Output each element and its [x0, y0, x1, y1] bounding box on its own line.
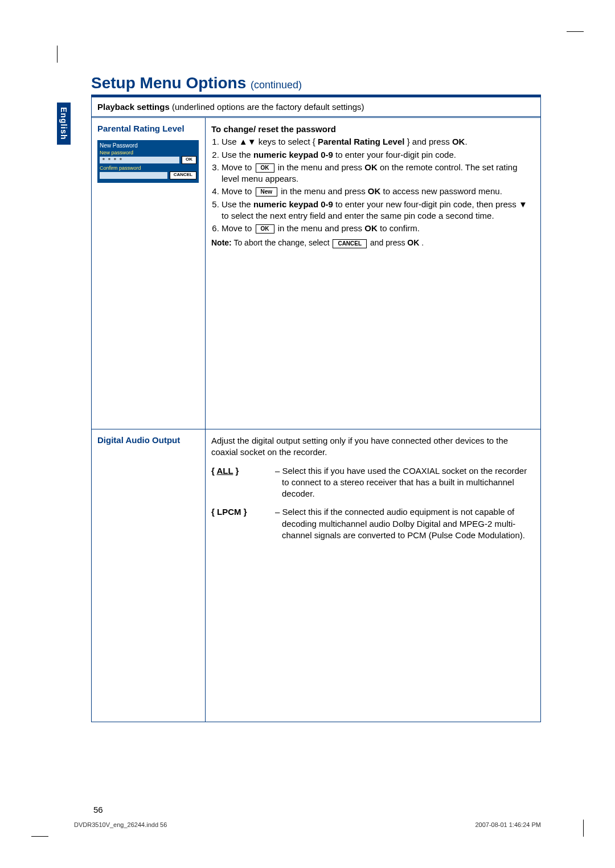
section-heading-parental: Parental Rating Level	[97, 124, 199, 133]
page-content: English Setup Menu Options (continued) P…	[74, 74, 541, 794]
mini-row-confirm: CANCEL	[100, 171, 196, 179]
panel-header-rest: (underlined options are the factory defa…	[170, 102, 364, 112]
password-mini-panel: New Password New password ＊＊＊＊ OK Confir…	[97, 140, 199, 183]
t: Use the	[222, 150, 253, 159]
mini-label-new: New password	[100, 150, 196, 155]
t: to confirm.	[378, 223, 420, 233]
step-3: Move to OK in the menu and press OK on t…	[222, 162, 532, 185]
mini-input-new[interactable]: ＊＊＊＊	[100, 157, 179, 163]
section-parental-left: Parental Rating Level New Password New p…	[92, 118, 206, 429]
crop-mark	[57, 46, 58, 63]
t: Move to	[222, 186, 255, 196]
section-audio-right: Adjust the digital output setting only i…	[206, 429, 540, 722]
t: in the menu and press	[278, 186, 368, 196]
step-4: Move to New in the menu and press OK to …	[222, 186, 532, 197]
option-all-row: { ALL } – Select this if you have used t…	[211, 465, 532, 500]
crop-mark	[567, 31, 584, 32]
option-all-text: ALL	[216, 466, 233, 476]
steps-list: Use ▲▼ keys to select { Parental Rating …	[211, 136, 532, 234]
option-lpcm-label: { LPCM }	[211, 506, 274, 518]
t: OK	[407, 238, 419, 247]
t: numeric keypad 0-9	[253, 199, 333, 209]
mini-ok-button[interactable]: OK	[182, 156, 196, 164]
step-6: Move to OK in the menu and press OK to c…	[222, 223, 532, 234]
mini-row-new: ＊＊＊＊ OK	[100, 156, 196, 164]
option-all-label: { ALL }	[211, 465, 274, 477]
t: Use the	[222, 199, 253, 209]
step-5: Use the numeric keypad 0-9 to enter your…	[222, 199, 532, 222]
panel-header-bold: Playback settings	[97, 102, 170, 112]
page-number: 56	[93, 805, 103, 814]
t: Move to	[222, 223, 255, 233]
crop-mark	[583, 820, 584, 837]
t: numeric keypad 0-9	[253, 150, 333, 159]
t: Use ▲▼ keys to select {	[222, 137, 318, 146]
change-password-heading: To change/ reset the password	[211, 124, 532, 135]
t: to enter your four-digit pin code.	[333, 150, 456, 159]
step-2: Use the numeric keypad 0-9 to enter your…	[222, 149, 532, 161]
title-continued: (continued)	[251, 79, 302, 91]
t: To abort the change, select	[232, 238, 332, 247]
settings-panel: Playback settings (underlined options ar…	[91, 97, 541, 722]
crop-mark	[31, 836, 48, 837]
new-chip: New	[256, 187, 278, 196]
t: OK	[368, 186, 381, 196]
title-main: Setup Menu Options	[91, 74, 251, 92]
t: in the menu and press	[276, 223, 365, 233]
mini-input-confirm[interactable]	[100, 172, 167, 179]
t: .	[419, 238, 424, 247]
page-title: Setup Menu Options (continued)	[91, 74, 541, 97]
audio-intro: Adjust the digital output setting only i…	[211, 435, 532, 458]
t: OK	[452, 137, 465, 146]
note-line: Note: To abort the change, select CANCEL…	[211, 238, 532, 248]
panel-header: Playback settings (underlined options ar…	[92, 97, 540, 118]
option-lpcm-row: { LPCM } – Select this if the connected …	[211, 506, 532, 541]
t: Move to	[222, 162, 255, 172]
change-password-heading-text: To change/ reset the password	[211, 124, 336, 134]
t: OK	[364, 223, 378, 233]
mini-cancel-button[interactable]: CANCEL	[170, 171, 196, 179]
mini-label-confirm: Confirm password	[100, 165, 196, 171]
t: to access new password menu.	[380, 186, 502, 196]
option-all-desc: – Select this if you have used the COAXI…	[281, 465, 532, 500]
t: and press	[368, 238, 407, 247]
footer-timestamp: 2007-08-01 1:46:24 PM	[475, 821, 541, 828]
option-lpcm-text: LPCM	[217, 507, 241, 517]
panel-body: Parental Rating Level New Password New p…	[92, 118, 540, 722]
section-parental-right: To change/ reset the password Use ▲▼ key…	[206, 118, 540, 429]
section-heading-audio: Digital Audio Output	[97, 435, 199, 445]
section-audio-left: Digital Audio Output	[92, 429, 206, 722]
mini-title: New Password	[100, 142, 196, 149]
step-1: Use ▲▼ keys to select { Parental Rating …	[222, 136, 532, 148]
t: in the menu and press	[276, 162, 365, 172]
ok-chip: OK	[256, 163, 274, 173]
cancel-chip: CANCEL	[333, 239, 367, 248]
note-bold: Note:	[211, 238, 232, 247]
t: Parental Rating Level	[318, 137, 405, 146]
t: } and press	[404, 137, 452, 146]
t: .	[465, 137, 467, 146]
language-tab: English	[57, 103, 71, 145]
footer-filename: DVDR3510V_eng_26244.indd 56	[74, 821, 167, 828]
t: OK	[364, 162, 378, 172]
ok-chip-2: OK	[256, 224, 274, 234]
option-lpcm-desc: – Select this if the connected audio equ…	[281, 506, 532, 541]
